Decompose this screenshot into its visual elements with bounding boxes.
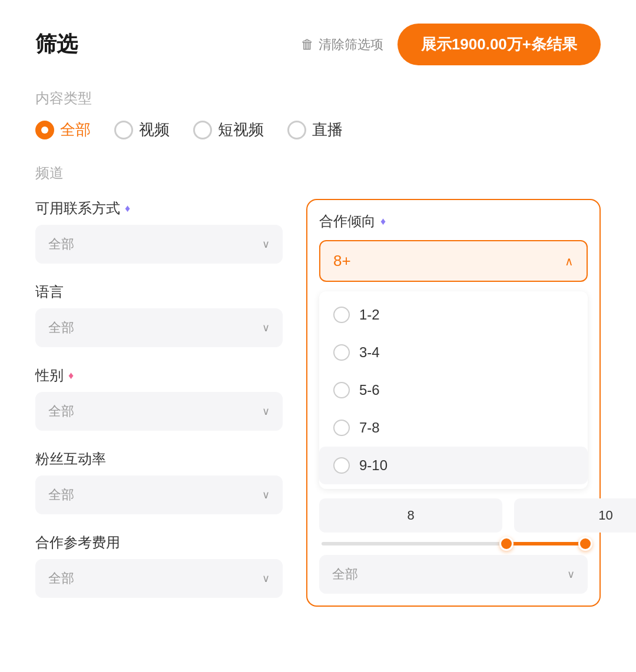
radio-circle-5-6 <box>333 382 350 398</box>
diamond-icon-gender: ♦ <box>68 370 74 382</box>
filter-select-fans-interaction-value: 全部 <box>48 486 74 504</box>
filter-row-gender: 性别 ♦ 全部 ∨ <box>35 366 283 431</box>
filter-label-coop-cost: 合作参考费用 <box>35 533 283 552</box>
filter-label-contact: 可用联系方式 ♦ <box>35 199 283 218</box>
filter-row-coop-cost: 合作参考费用 全部 ∨ <box>35 533 283 598</box>
filter-select-coop-cost-value: 全部 <box>48 570 74 587</box>
chevron-up-icon: ∧ <box>565 254 574 268</box>
filter-select-contact[interactable]: 全部 ∨ <box>35 225 283 264</box>
cooperation-panel: 合作倾向 ♦ 8+ ∧ 1-2 3-4 5-6 <box>306 199 601 607</box>
dropdown-label-1-2: 1-2 <box>359 307 380 323</box>
dropdown-item-9-10[interactable]: 9-10 <box>319 447 588 484</box>
radio-item-all[interactable]: 全部 <box>35 119 91 140</box>
dropdown-item-1-2[interactable]: 1-2 <box>319 296 588 334</box>
radio-circle-3-4 <box>333 344 350 361</box>
cooperation-label: 合作倾向 ♦ <box>319 212 588 231</box>
dropdown-label-5-6: 5-6 <box>359 382 380 398</box>
radio-label-video: 视频 <box>139 119 170 140</box>
content-type-section: 内容类型 全部 视频 短视频 直播 <box>35 89 601 140</box>
radio-circle-1-2 <box>333 307 350 323</box>
clear-filter-button[interactable]: 🗑 清除筛选项 <box>301 36 383 54</box>
radio-circle-short-video <box>193 121 212 139</box>
dropdown-item-3-4[interactable]: 3-4 <box>319 334 588 371</box>
radio-item-short-video[interactable]: 短视频 <box>193 119 264 140</box>
diamond-icon-coop: ♦ <box>380 215 386 228</box>
content-type-label: 内容类型 <box>35 89 601 108</box>
channel-section-label: 频道 <box>35 164 601 182</box>
chevron-down-icon-gender: ∨ <box>262 405 270 418</box>
show-results-button[interactable]: 展示1900.00万+条结果 <box>398 24 601 65</box>
trash-icon: 🗑 <box>301 37 314 52</box>
filter-select-contact-value: 全部 <box>48 235 74 253</box>
range-inputs <box>319 498 588 533</box>
slider-fill <box>506 542 585 545</box>
filter-label-language: 语言 <box>35 282 283 301</box>
filter-row-language: 语言 全部 ∨ <box>35 282 283 347</box>
radio-label-live: 直播 <box>312 119 343 140</box>
radio-circle-live <box>287 121 306 139</box>
chevron-down-icon-fans-interaction: ∨ <box>262 488 270 501</box>
filter-select-gender[interactable]: 全部 ∨ <box>35 392 283 431</box>
filter-layout: 可用联系方式 ♦ 全部 ∨ 语言 全部 ∨ 性别 ♦ <box>35 199 601 617</box>
slider-thumb-right[interactable] <box>578 537 592 551</box>
range-min-input[interactable] <box>319 498 502 533</box>
filter-row-contact: 可用联系方式 ♦ 全部 ∨ <box>35 199 283 264</box>
cooperation-selected-value: 8+ <box>333 252 351 270</box>
filter-right-column: 合作倾向 ♦ 8+ ∧ 1-2 3-4 5-6 <box>306 199 601 617</box>
radio-label-all: 全部 <box>60 119 91 140</box>
diamond-icon-contact: ♦ <box>125 202 130 215</box>
filter-row-fans-interaction: 粉丝互动率 全部 ∨ <box>35 450 283 514</box>
filter-select-gender-value: 全部 <box>48 402 74 420</box>
filter-select-coop-cost[interactable]: 全部 ∨ <box>35 559 283 598</box>
filter-label-gender: 性别 ♦ <box>35 366 283 385</box>
content-type-radio-group: 全部 视频 短视频 直播 <box>35 119 601 140</box>
filter-select-language[interactable]: 全部 ∨ <box>35 308 283 347</box>
radio-circle-9-10 <box>333 457 350 474</box>
bottom-select[interactable]: 全部 ∨ <box>319 555 588 594</box>
dropdown-item-7-8[interactable]: 7-8 <box>319 409 588 447</box>
header-actions: 🗑 清除筛选项 展示1900.00万+条结果 <box>301 24 601 65</box>
cooperation-select[interactable]: 8+ ∧ <box>319 240 588 282</box>
filter-select-fans-interaction[interactable]: 全部 ∨ <box>35 475 283 514</box>
slider-thumb-left[interactable] <box>499 537 514 551</box>
clear-filter-label: 清除筛选项 <box>319 36 383 54</box>
dropdown-label-3-4: 3-4 <box>359 344 380 361</box>
radio-item-video[interactable]: 视频 <box>114 119 170 140</box>
chevron-down-icon-coop-cost: ∨ <box>262 572 270 585</box>
filter-select-language-value: 全部 <box>48 319 74 337</box>
chevron-down-icon-contact: ∨ <box>262 238 270 251</box>
dropdown-item-5-6[interactable]: 5-6 <box>319 371 588 409</box>
slider-container <box>319 542 588 545</box>
dropdown-label-9-10: 9-10 <box>359 457 387 474</box>
bottom-select-value: 全部 <box>332 565 358 583</box>
filter-header: 筛选 🗑 清除筛选项 展示1900.00万+条结果 <box>35 24 601 65</box>
filter-label-fans-interaction: 粉丝互动率 <box>35 450 283 468</box>
radio-circle-7-8 <box>333 420 350 436</box>
radio-label-short-video: 短视频 <box>218 119 264 140</box>
chevron-down-icon-language: ∨ <box>262 321 270 334</box>
filter-left-column: 可用联系方式 ♦ 全部 ∨ 语言 全部 ∨ 性别 ♦ <box>35 199 283 617</box>
cooperation-dropdown-list: 1-2 3-4 5-6 7-8 9-10 <box>319 291 588 489</box>
range-max-input[interactable] <box>514 498 636 533</box>
radio-circle-all <box>35 121 54 139</box>
chevron-down-icon-bottom: ∨ <box>567 568 575 581</box>
slider-track <box>322 542 585 545</box>
radio-item-live[interactable]: 直播 <box>287 119 343 140</box>
page-title: 筛选 <box>35 30 78 59</box>
dropdown-label-7-8: 7-8 <box>359 420 380 436</box>
radio-circle-video <box>114 121 133 139</box>
